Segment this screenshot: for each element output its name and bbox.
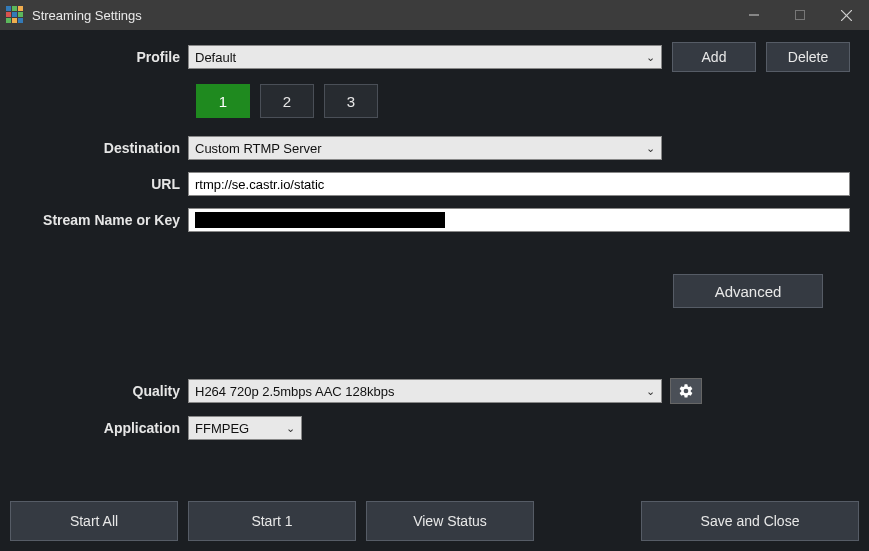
start-all-button[interactable]: Start All [10, 501, 178, 541]
profile-label: Profile [10, 49, 188, 65]
content-area: Profile Default ⌄ Add Delete 1 2 3 Desti… [0, 30, 869, 440]
quality-row: Quality H264 720p 2.5mbps AAC 128kbps ⌄ [10, 378, 859, 404]
chevron-down-icon: ⌄ [646, 51, 655, 64]
stream-key-input[interactable] [188, 208, 850, 232]
stream-key-row: Stream Name or Key [10, 208, 859, 232]
chevron-down-icon: ⌄ [286, 422, 295, 435]
application-value: FFMPEG [195, 421, 249, 436]
svg-rect-1 [796, 11, 805, 20]
titlebar: Streaming Settings [0, 0, 869, 30]
stream-tabs: 1 2 3 [196, 84, 859, 118]
quality-select[interactable]: H264 720p 2.5mbps AAC 128kbps ⌄ [188, 379, 662, 403]
maximize-icon [795, 10, 805, 20]
tab-3[interactable]: 3 [324, 84, 378, 118]
chevron-down-icon: ⌄ [646, 142, 655, 155]
add-button[interactable]: Add [672, 42, 756, 72]
url-row: URL rtmp://se.castr.io/static [10, 172, 859, 196]
destination-row: Destination Custom RTMP Server ⌄ [10, 136, 859, 160]
delete-button[interactable]: Delete [766, 42, 850, 72]
maximize-button[interactable] [777, 0, 823, 30]
save-and-close-button[interactable]: Save and Close [641, 501, 859, 541]
stream-key-redacted [195, 212, 445, 228]
url-value: rtmp://se.castr.io/static [195, 177, 324, 192]
destination-select[interactable]: Custom RTMP Server ⌄ [188, 136, 662, 160]
tab-2[interactable]: 2 [260, 84, 314, 118]
application-select[interactable]: FFMPEG ⌄ [188, 416, 302, 440]
profile-value: Default [195, 50, 236, 65]
tab-1[interactable]: 1 [196, 84, 250, 118]
application-row: Application FFMPEG ⌄ [10, 416, 859, 440]
profile-row: Profile Default ⌄ Add Delete [10, 42, 859, 72]
url-input[interactable]: rtmp://se.castr.io/static [188, 172, 850, 196]
minimize-button[interactable] [731, 0, 777, 30]
minimize-icon [749, 10, 759, 20]
close-button[interactable] [823, 0, 869, 30]
destination-label: Destination [10, 140, 188, 156]
app-icon [6, 6, 24, 24]
application-label: Application [10, 420, 188, 436]
close-icon [841, 10, 852, 21]
profile-select[interactable]: Default ⌄ [188, 45, 662, 69]
bottom-toolbar: Start All Start 1 View Status Save and C… [10, 501, 859, 541]
start-1-button[interactable]: Start 1 [188, 501, 356, 541]
quality-settings-button[interactable] [670, 378, 702, 404]
chevron-down-icon: ⌄ [646, 385, 655, 398]
advanced-button[interactable]: Advanced [673, 274, 823, 308]
stream-key-label: Stream Name or Key [10, 212, 188, 228]
window-title: Streaming Settings [32, 8, 142, 23]
quality-value: H264 720p 2.5mbps AAC 128kbps [195, 384, 394, 399]
url-label: URL [10, 176, 188, 192]
view-status-button[interactable]: View Status [366, 501, 534, 541]
advanced-row: Advanced [10, 274, 859, 308]
quality-label: Quality [10, 383, 188, 399]
window-controls [731, 0, 869, 30]
destination-value: Custom RTMP Server [195, 141, 322, 156]
spacer [544, 501, 631, 541]
gear-icon [678, 383, 694, 399]
